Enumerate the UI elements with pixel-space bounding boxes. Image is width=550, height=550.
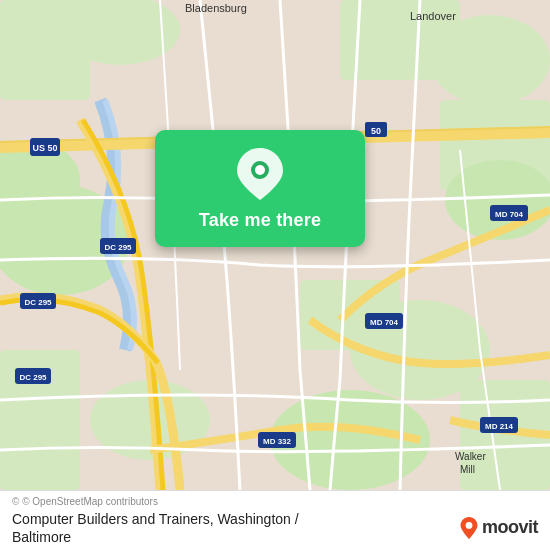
action-card: Take me there [155,130,365,247]
place-info-row: Computer Builders and Trainers, Washingt… [12,510,538,546]
svg-text:50: 50 [371,126,381,136]
svg-text:DC 295: DC 295 [24,298,52,307]
place-name-line2: Baltimore [12,529,71,545]
place-name-container: Computer Builders and Trainers, Washingt… [12,510,299,546]
svg-text:Walker: Walker [455,451,486,462]
svg-text:MD 332: MD 332 [263,437,292,446]
moovit-pin-icon [460,517,478,539]
moovit-label: moovit [482,517,538,538]
svg-text:Landover: Landover [410,10,456,22]
svg-text:DC 295: DC 295 [19,373,47,382]
map-area: Bladensburg Landover Walker Mill US 50 D… [0,0,550,490]
svg-point-6 [430,15,550,105]
place-name: Computer Builders and Trainers, Washingt… [12,511,299,527]
svg-text:DC 295: DC 295 [104,243,132,252]
svg-point-39 [466,522,473,529]
take-me-there-button[interactable]: Take me there [199,210,321,231]
svg-text:Bladensburg: Bladensburg [185,2,247,14]
moovit-logo: moovit [460,517,538,539]
location-pin-icon [234,148,286,200]
svg-text:Mill: Mill [460,464,475,475]
attribution-text: © © OpenStreetMap contributors [12,496,538,507]
svg-text:MD 704: MD 704 [495,210,524,219]
bottom-bar: © © OpenStreetMap contributors Computer … [0,490,550,550]
svg-text:MD 214: MD 214 [485,422,514,431]
svg-text:US 50: US 50 [32,143,57,153]
svg-text:MD 704: MD 704 [370,318,399,327]
svg-point-38 [255,165,265,175]
